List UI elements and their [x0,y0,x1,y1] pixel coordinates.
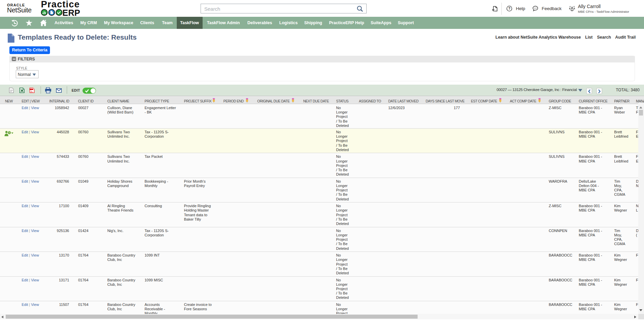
svg-text:?: ? [508,7,510,10]
